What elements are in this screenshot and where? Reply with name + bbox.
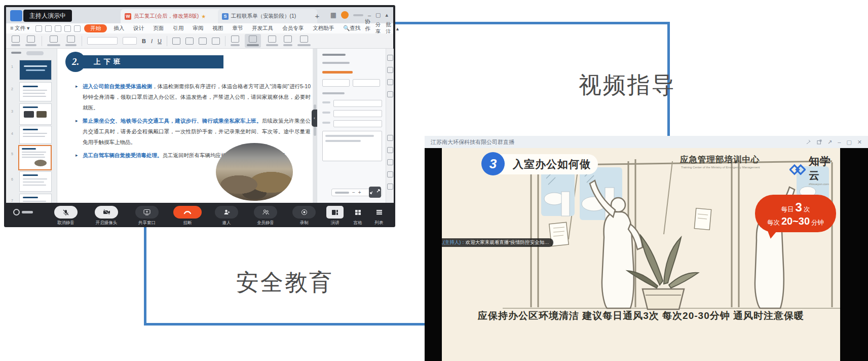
slide-thumb-2[interactable] (19, 82, 52, 101)
layout-list-button[interactable]: 列表 (370, 206, 388, 226)
align-center-button[interactable] (185, 38, 194, 45)
underline-button[interactable]: U (158, 38, 162, 44)
video-content[interactable]: 入室办公如何做 3 应急管理部培训中心 Training Center of t… (425, 148, 868, 361)
menu-tab-view[interactable]: 视图 (208, 25, 228, 32)
fullscreen-icon[interactable]: ↗ (827, 139, 832, 146)
find-replace-button[interactable] (283, 35, 292, 46)
user-avatar[interactable] (341, 11, 349, 19)
strip-icon-4[interactable] (387, 91, 393, 97)
menu-tab-start[interactable]: 开始 (84, 24, 107, 32)
minimize-window-icon[interactable]: – (368, 12, 371, 18)
layout-grid-button[interactable]: 宫格 (349, 206, 366, 226)
apps-grid-icon[interactable]: ▦ (330, 11, 336, 19)
line-spacing-button[interactable] (212, 38, 220, 45)
record-button[interactable]: 录制 (292, 206, 316, 226)
strip-icon-9[interactable] (387, 184, 393, 190)
star-icon[interactable]: ★ (201, 14, 206, 19)
zoom-out-button[interactable]: − (352, 190, 355, 195)
menu-tab-assistant[interactable]: 文档助手 (308, 25, 338, 32)
save-icon[interactable] (35, 25, 42, 32)
menu-tab-member[interactable]: 会员专享 (278, 25, 308, 32)
user-name-text (353, 14, 363, 16)
font-name-box[interactable] (87, 37, 118, 45)
restore-window-icon[interactable]: ▢ (375, 12, 381, 18)
ribbon-caret-icon[interactable]: ▴ (396, 25, 399, 31)
mute-all-button[interactable]: 全员静音 (254, 206, 277, 226)
invite-button[interactable]: 邀人 (215, 206, 238, 226)
slide-thumb-6[interactable] (19, 171, 52, 192)
strip-icon-6[interactable] (387, 147, 393, 153)
share-screen-button[interactable]: 共享窗口 (135, 206, 159, 226)
menu-tab-review[interactable]: 审阅 (188, 25, 208, 32)
chat-sender: 主持人(主持人)： (442, 239, 466, 246)
text-tools-button[interactable] (266, 35, 278, 46)
pane-collapse-handle[interactable]: ‹ (312, 110, 317, 127)
strip-icon-5[interactable] (387, 135, 393, 141)
hang-up-button[interactable]: 挂断 (173, 206, 202, 226)
strip-icon-8[interactable] (387, 171, 393, 177)
align-left-button[interactable] (172, 38, 180, 45)
meeting-app-logo (13, 209, 33, 215)
new-tab-button[interactable]: + (312, 11, 322, 21)
brand-block: 知学云 zhixueyun.com (789, 154, 840, 186)
page-setup-button[interactable] (65, 35, 77, 46)
layout-speaker-button[interactable]: 演讲 (326, 206, 344, 226)
wps-doc-icon: W (125, 13, 131, 20)
video-caption: 应保持办公区环境清洁 建议每日通风3次 每次20-30分钟 通风时注意保暖 (442, 309, 840, 322)
format-painter-button[interactable] (25, 35, 36, 46)
slide-thumb-4[interactable] (19, 126, 52, 144)
camera-on-button[interactable]: 开启摄像头 (95, 206, 118, 226)
print-icon[interactable] (45, 25, 52, 32)
menu-tab-section[interactable]: 章节 (228, 25, 247, 32)
wps-task-pane: ‹ (317, 49, 386, 203)
menu-tab-devtools[interactable]: 开发工具 (247, 25, 278, 32)
slide-thumb-1[interactable] (19, 60, 52, 80)
strip-icon-2[interactable] (387, 67, 393, 73)
pane-input-3[interactable] (333, 120, 382, 127)
minimize-icon[interactable]: – (838, 139, 841, 145)
file-menu[interactable]: ≡ 文件 ▾ (6, 25, 34, 32)
undo-icon[interactable] (64, 25, 71, 32)
pane-input-1[interactable] (333, 100, 382, 107)
doc-tab-2[interactable]: S 工程联系单（安装阶段）(1) (218, 9, 317, 23)
org-subtitle: Training Center of the Ministry of Emerg… (680, 166, 760, 169)
pane-select-2[interactable] (353, 79, 380, 87)
preview-icon[interactable] (55, 25, 61, 32)
list-button[interactable] (199, 38, 207, 45)
menu-tab-page[interactable]: 页面 (148, 25, 168, 32)
close-icon[interactable]: ✕ (857, 139, 862, 146)
selection-pane-button[interactable] (245, 34, 261, 48)
find-menu[interactable]: 🔍查找 (338, 25, 365, 32)
collapse-ribbon-icon[interactable]: ▴ (385, 12, 388, 18)
doc-tab-1[interactable]: W 员工复工(会后，修改第8版) ★ (121, 9, 224, 23)
strip-icon-7[interactable] (387, 159, 393, 165)
paste-button[interactable] (11, 35, 20, 46)
screenshot-stage: 视频指导 安全教育 主持人演示中 W 员工复工(会后，修改第8版) ★ S 工程… (0, 0, 868, 361)
strip-icon-3[interactable] (387, 79, 393, 85)
topic-number-badge: 3 (481, 152, 505, 175)
fit-to-window-button[interactable] (369, 187, 381, 198)
menu-tab-insert[interactable]: 插入 (109, 25, 129, 32)
strip-icon-1[interactable] (387, 55, 393, 61)
pane-select-1[interactable] (322, 79, 350, 87)
pane-input-2[interactable] (333, 110, 382, 117)
doc-check-button[interactable] (297, 35, 311, 46)
menu-tab-reference[interactable]: 引用 (168, 25, 188, 32)
slide-thumb-3[interactable] (19, 103, 52, 125)
pin-icon[interactable] (806, 139, 811, 145)
popout-icon[interactable] (817, 139, 822, 145)
zoom-in-button[interactable]: + (358, 190, 361, 195)
font-size-box[interactable] (123, 37, 137, 45)
slide-thumb-5-selected[interactable] (18, 145, 52, 170)
window-ventilation-illustration (442, 148, 840, 361)
highlight-color-button[interactable] (231, 35, 240, 46)
redo-icon[interactable] (74, 25, 81, 32)
new-page-button[interactable] (47, 35, 60, 46)
unmute-button[interactable]: 取消静音 (54, 206, 78, 226)
slide-thumbnail-panel: 1 2 3 4 (6, 49, 57, 203)
bold-button[interactable]: B (142, 38, 146, 44)
italic-button[interactable]: I (151, 38, 153, 44)
maximize-icon[interactable]: ▢ (846, 139, 851, 146)
connector-top-horizontal (395, 22, 670, 24)
menu-tab-design[interactable]: 设计 (129, 25, 148, 32)
